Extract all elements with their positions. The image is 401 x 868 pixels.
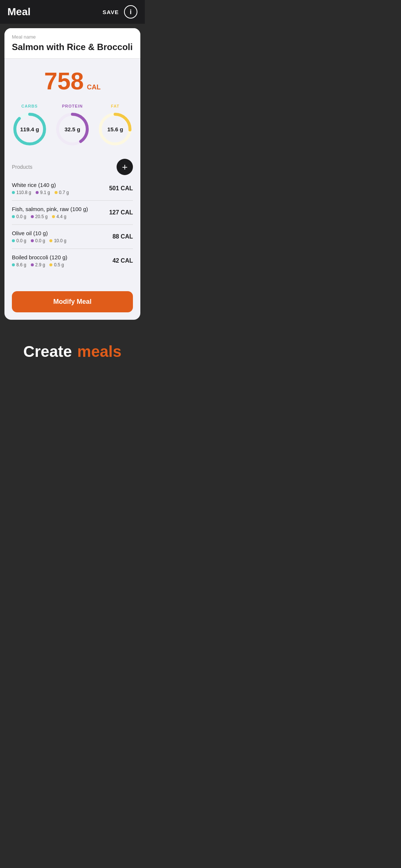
fat-dot-icon [49,263,52,266]
calories-number: 758 [44,68,84,95]
fat-dot-icon [55,191,58,194]
table-row[interactable]: Fish, salmon, pink, raw (100 g) 0.0 g 20… [12,201,133,225]
protein-dot: 20.5 g [31,214,48,219]
fat-amount: 10.0 g [54,238,66,243]
carbs-amount: 110.8 g [16,190,31,195]
macro-fat: FAT 15.6 g [97,104,134,148]
fat-amount: 0.5 g [54,262,64,267]
fat-dot: 0.7 g [55,190,69,195]
fat-dot: 4.4 g [52,214,66,219]
product-info: Olive oil (10 g) 0.0 g 0.0 g 10.0 g [12,230,66,243]
protein-dot: 2.9 g [31,262,45,267]
protein-label: PROTEIN [62,104,83,108]
carbs-dot: 8.6 g [12,262,26,267]
fat-dot: 0.5 g [49,262,64,267]
carbs-amount: 0.0 g [16,214,26,219]
protein-amount: 20.5 g [35,214,48,219]
meal-name-label: Meal name [12,34,133,40]
main-card: Meal name Salmon with Rice & Broccoli 75… [4,28,140,320]
fat-dot-icon [52,215,55,218]
protein-dot-icon [31,239,34,242]
product-macros: 0.0 g 20.5 g 4.4 g [12,214,88,219]
fat-dot: 10.0 g [49,238,66,243]
product-info: Boiled broccoli (120 g) 8.6 g 2.9 g 0.5 … [12,254,67,267]
promo-text-area: Create meals [7,328,137,361]
carbs-dot-icon [12,191,15,194]
info-icon[interactable]: i [124,5,137,19]
add-product-button[interactable]: + [117,159,133,175]
calories-section: 758 CAL [4,59,140,98]
carbs-dot: 0.0 g [12,214,26,219]
header-actions: SAVE i [102,5,137,19]
fat-amount: 0.7 g [59,190,69,195]
modify-meal-button[interactable]: Modify Meal [12,291,133,312]
meal-name-section: Meal name Salmon with Rice & Broccoli [4,28,140,59]
meal-name-value: Salmon with Rice & Broccoli [12,42,133,52]
product-calories: 501 CAL [109,185,133,192]
fat-amount: 4.4 g [56,214,66,219]
product-info: Fish, salmon, pink, raw (100 g) 0.0 g 20… [12,206,88,219]
macro-protein: PROTEIN 32.5 g [54,104,91,148]
product-name: Olive oil (10 g) [12,230,66,236]
table-row[interactable]: Olive oil (10 g) 0.0 g 0.0 g 10.0 g [12,225,133,249]
product-macros: 0.0 g 0.0 g 10.0 g [12,238,66,243]
carbs-amount: 8.6 g [16,262,26,267]
product-info: White rice (140 g) 110.8 g 9.1 g 0.7 g [12,182,69,195]
products-header: Products + [4,155,140,177]
protein-value: 32.5 g [65,126,81,132]
carbs-dot: 110.8 g [12,190,31,195]
product-name: Fish, salmon, pink, raw (100 g) [12,206,88,212]
table-row[interactable]: White rice (140 g) 110.8 g 9.1 g 0.7 g [12,177,133,201]
macros-row: CARBS 119.4 g PROTEIN 32.5 g FAT [4,98,140,155]
carbs-dot-icon [12,263,15,266]
product-name: White rice (140 g) [12,182,69,188]
header: Meal SAVE i [0,0,145,24]
carbs-dot-icon [12,215,15,218]
bottom-promo-section: Create meals [0,313,145,383]
protein-dot-icon [36,191,39,194]
carbs-dot: 0.0 g [12,238,26,243]
macro-carbs: CARBS 119.4 g [11,104,48,148]
carbs-amount: 0.0 g [16,238,26,243]
carbs-donut: 119.4 g [11,111,48,148]
fat-value: 15.6 g [107,126,123,132]
page-title: Meal [7,6,30,18]
product-calories: 127 CAL [109,209,133,216]
protein-dot-icon [31,215,34,218]
promo-text-orange: meals [77,343,121,360]
product-macros: 8.6 g 2.9 g 0.5 g [12,262,67,267]
fat-dot-icon [49,239,52,242]
save-button[interactable]: SAVE [102,9,119,15]
protein-donut: 32.5 g [54,111,91,148]
protein-amount: 9.1 g [40,190,50,195]
fat-donut: 15.6 g [97,111,134,148]
products-label: Products [12,164,32,170]
promo-text: Create [23,343,72,360]
protein-amount: 2.9 g [35,262,45,267]
protein-dot: 9.1 g [36,190,50,195]
protein-dot: 0.0 g [31,238,45,243]
fat-label: FAT [111,104,120,108]
carbs-label: CARBS [22,104,38,108]
carbs-dot-icon [12,239,15,242]
product-calories: 42 CAL [113,257,133,264]
product-list: White rice (140 g) 110.8 g 9.1 g 0.7 g [4,177,140,273]
product-calories: 88 CAL [113,233,133,240]
product-name: Boiled broccoli (120 g) [12,254,67,260]
calories-unit: CAL [87,83,101,91]
table-row[interactable]: Boiled broccoli (120 g) 8.6 g 2.9 g 0.5 … [12,249,133,273]
carbs-value: 119.4 g [20,126,39,132]
protein-amount: 0.0 g [35,238,45,243]
product-macros: 110.8 g 9.1 g 0.7 g [12,190,69,195]
protein-dot-icon [31,263,34,266]
